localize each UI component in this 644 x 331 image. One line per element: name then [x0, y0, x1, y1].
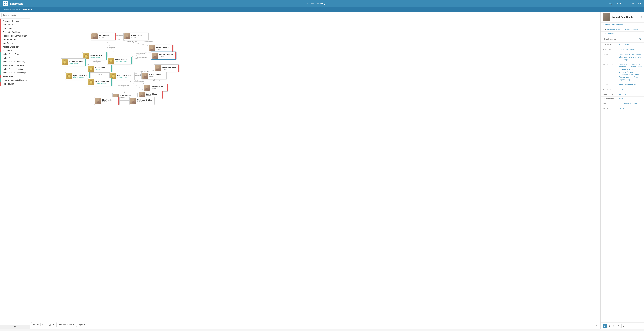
search-icon[interactable]: 🔍 — [609, 2, 612, 5]
prop-value[interactable]: 0000 0000 8251 0522 — [619, 102, 637, 105]
node-label: Konrad Emil Blo...human — [159, 54, 175, 57]
prop-value[interactable]: Nobel Prize in Physiology or Medicine, N… — [619, 63, 642, 81]
sidebar-search-input[interactable] — [1, 13, 28, 17]
prop-value[interactable]: Lexington — [619, 93, 627, 95]
node-label: Gertrude B. Elionhuman — [137, 99, 152, 103]
node-color-bar — [167, 84, 168, 91]
canvas-area: doctoral advisornominated forpart of cla… — [30, 12, 600, 329]
sidebar-item[interactable]: Nobel Prize in Chemistry — [0, 60, 30, 63]
page-button-1[interactable]: 1 — [602, 324, 606, 328]
export-button[interactable]: Export ▾ — [76, 323, 86, 327]
property-row: occupation biochemist, chemist — [600, 47, 644, 52]
panel-navigate-link[interactable]: ↗ Navigate to resource — [600, 23, 644, 27]
page-button-2[interactable]: 2 — [607, 324, 611, 328]
svg-point-78 — [115, 95, 117, 97]
sidebar-item[interactable]: Carol Greider — [0, 27, 30, 30]
node-label: Elizabeth Black...human — [150, 86, 166, 89]
node-color-bar — [166, 72, 166, 79]
page-button-5[interactable]: 5 — [621, 324, 625, 328]
breadcrumb-home[interactable]: Home — [4, 8, 10, 10]
prop-value[interactable]: biochemist, chemist — [619, 48, 635, 51]
svg-text:part of: part of — [98, 74, 102, 76]
node-prize_econ[interactable]: Prize in Econom...economics award... — [87, 78, 112, 86]
node-carol_greider[interactable]: Carol Greiderhuman — [142, 72, 167, 79]
page-button-3[interactable]: 3 — [612, 324, 616, 328]
svg-point-73 — [90, 81, 92, 83]
node-gertrude_elion[interactable]: Gertrude B. Elionhuman — [130, 97, 154, 105]
sidebar-item[interactable]: Elizabeth Blackburn — [0, 30, 30, 34]
node-nobel_science[interactable]: Nobel Prize in P...science award — [110, 72, 134, 80]
sidebar-collapse-button[interactable]: ▼ — [0, 325, 30, 329]
node-label: Nobel Prize in C...chemistry award — [115, 58, 130, 62]
clear-button[interactable]: ✕ — [52, 323, 56, 327]
node-color-bar — [118, 97, 119, 105]
uri-label: URI: — [602, 28, 606, 30]
sidebar-item[interactable]: Bernard Katz — [0, 23, 30, 27]
prop-value[interactable]: biochemistry — [619, 44, 630, 46]
svg-point-66 — [157, 66, 159, 69]
sidebar-item[interactable]: Konrad Emil Bloch — [0, 45, 30, 49]
svg-point-55 — [153, 56, 156, 58]
language-selector[interactable]: en▾ — [638, 2, 641, 5]
svg-point-61 — [64, 61, 66, 63]
node-paul_ehrlich[interactable]: Paul Ehrlichhuman — [91, 32, 116, 40]
sidebar-item[interactable]: Max Theiler — [0, 49, 30, 52]
breadcrumb-diagrams[interactable]: Diagrams — [12, 8, 20, 10]
prop-value[interactable]: 64904319 — [619, 107, 627, 110]
node-elizabeth_black[interactable]: Elizabeth Black...human — [143, 84, 168, 91]
node-feodor_felix[interactable]: Feodor Felix Ko...human — [148, 45, 173, 52]
sidebar-item[interactable]: Nobel Prize in Literature — [0, 63, 30, 67]
sidebar-item[interactable]: Nobel Prize in Physiology or Medicine — [0, 71, 30, 75]
panel-search-icon[interactable]: 🔍 — [639, 38, 642, 40]
node-alexander_flem[interactable]: Alexander Flemi...human — [154, 64, 179, 72]
sidebar-item[interactable]: Nobel Prize in Physics — [0, 67, 30, 71]
graph-canvas[interactable]: doctoral advisornominated forpart of cla… — [30, 12, 600, 329]
panel-close-button[interactable]: × — [640, 15, 642, 19]
prop-value[interactable]: Harvard University, Florida State Univer… — [619, 53, 642, 61]
cog-icon: ⚙ — [59, 324, 61, 326]
page-button-»[interactable]: » — [626, 324, 630, 328]
help-icon[interactable]: ? — [626, 2, 627, 5]
prop-value[interactable]: Konrad%20Bloch.JPG — [619, 83, 637, 86]
node-nobel_prize[interactable]: Nobel Prizeaward — [87, 65, 112, 73]
node-robert_koch[interactable]: Robert Kochhuman — [123, 32, 148, 40]
node-label: Nobel Prize in L...literary award — [90, 54, 106, 58]
svg-point-76 — [141, 93, 143, 95]
node-nobel_chemistry[interactable]: Nobel Prize in C...chemistry award — [107, 57, 132, 64]
force-layout-button[interactable]: ⚙ Force layout ▾ — [58, 323, 75, 327]
redo-button[interactable]: ↻ — [36, 323, 40, 327]
svg-rect-1 — [6, 2, 7, 3]
svg-point-69 — [112, 75, 114, 77]
sidebar-item[interactable]: Gertrude B. Elion — [0, 38, 30, 41]
type-value[interactable]: human — [608, 32, 614, 34]
uri-value[interactable]: http://www.wikidata.org/entity/Q35698 — [607, 28, 638, 30]
prop-value[interactable]: male — [619, 98, 623, 100]
svg-rect-2 — [4, 4, 5, 5]
prop-value[interactable]: Nysa — [619, 88, 623, 90]
sparql-link[interactable]: SPARQL — [614, 2, 623, 5]
svg-point-48 — [94, 35, 96, 37]
node-nobel_peace[interactable]: Nobel Peace Pri...peace awards — [61, 58, 86, 66]
sidebar-item[interactable]: Nobel Prize — [0, 56, 30, 60]
node-image — [152, 53, 158, 59]
node-max_theiler[interactable]: Max Theilerhuman — [94, 97, 120, 105]
zoom-out-button[interactable]: − — [45, 323, 47, 327]
sidebar-item[interactable]: Robert Koch — [0, 82, 30, 86]
node-nobel_physics[interactable]: Nobel Prize in P...physics award — [65, 72, 90, 80]
zoom-in-button[interactable]: + — [41, 323, 44, 327]
fit-button[interactable]: ⊞ — [48, 323, 51, 327]
copy-icon[interactable]: ⧉ — [639, 28, 640, 30]
page-button-4[interactable]: 4 — [617, 324, 621, 328]
sidebar-item[interactable]: Alexander Fleming — [0, 19, 30, 23]
node-konrad_bloch[interactable]: Konrad Emil Blo...human — [151, 52, 176, 59]
sidebar-item[interactable]: Paul Ehrlich — [0, 75, 30, 78]
undo-button[interactable]: ↺ — [32, 323, 36, 327]
node-nobel_lit[interactable]: Nobel Prize in L...literary award — [82, 52, 108, 60]
sidebar-item[interactable]: Prize in Economic Sciences in Memory of … — [0, 78, 30, 82]
sidebar-item[interactable]: Nobel Peace Prize — [0, 52, 30, 56]
sidebar-item[interactable]: Feodor Felix Konrad Lynen — [0, 34, 30, 38]
sidebar-item[interactable]: Ivan Pavlov — [0, 41, 30, 45]
panel-search-input[interactable] — [602, 37, 638, 41]
expand-icon[interactable]: ⊞ — [594, 323, 598, 327]
login-button[interactable]: Login — [630, 2, 635, 5]
